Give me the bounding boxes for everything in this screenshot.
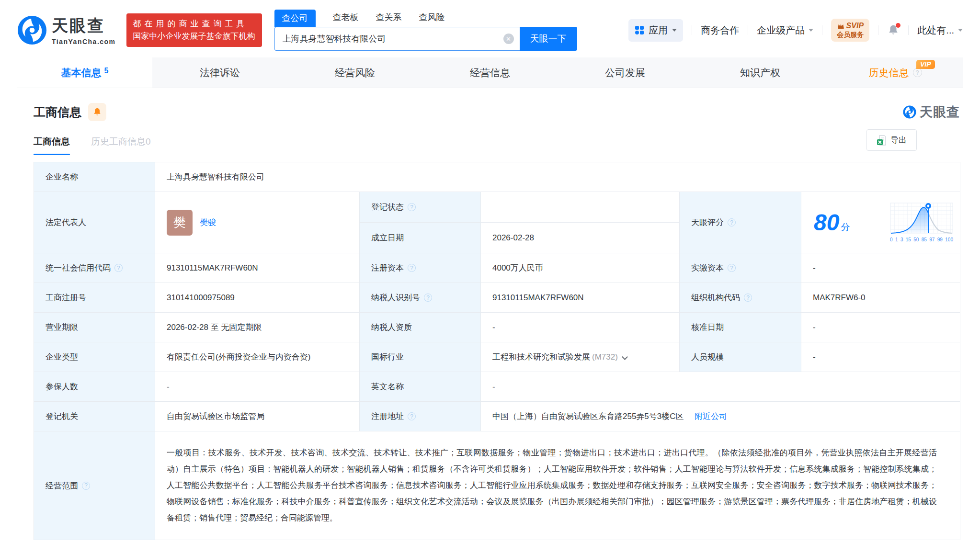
field-value-registered-capital: 4000万人民币	[481, 253, 680, 283]
field-value-legal-representative: 樊 樊骏	[155, 192, 360, 253]
table-row: 经营范围 ? 一般项目：技术服务、技术开发、技术咨询、技术交流、技术转让、技术推…	[34, 431, 960, 540]
tianyancha-logo[interactable]: 天眼查 TianYanCha.com	[17, 15, 116, 45]
tab-business-operations[interactable]: 经营信息	[422, 57, 558, 88]
tab-legal-proceedings[interactable]: 法律诉讼	[152, 57, 287, 88]
excel-icon	[877, 135, 886, 146]
top-nav: 应用 商务合作 企业级产品 SVIP 会员服务	[628, 19, 963, 42]
field-label-business-term: 营业期限	[34, 313, 155, 342]
chevron-down-icon[interactable]	[622, 354, 628, 360]
search-area: 查公司 查老板 查关系 查风险 ✕ 天眼一下	[274, 10, 577, 51]
tab-basic-info[interactable]: 基本信息 5	[17, 57, 152, 88]
brand-slogan-badge: 都在用的商业查询工具 国家中小企业发展子基金旗下机构	[126, 13, 262, 47]
help-icon[interactable]: ?	[114, 264, 123, 272]
field-label-national-industry: 国标行业	[360, 342, 481, 372]
chevron-down-icon	[958, 29, 963, 32]
notifications-bell[interactable]	[887, 24, 900, 36]
field-value-approval-date: -	[801, 313, 960, 342]
search-tab-relations[interactable]: 查关系	[376, 11, 402, 27]
search-tab-company[interactable]: 查公司	[274, 10, 316, 27]
tab-operational-risk[interactable]: 经营风险	[287, 57, 422, 88]
field-value-establishment-date: 2026-02-28	[481, 223, 680, 253]
crown-icon	[837, 23, 844, 29]
tab-label: 法律诉讼	[200, 66, 240, 79]
field-value-insured-count: -	[155, 372, 360, 402]
clear-search-icon[interactable]: ✕	[503, 34, 514, 44]
export-button[interactable]: 导出	[866, 129, 917, 151]
nearby-companies-link[interactable]: 附近公司	[695, 412, 727, 421]
site-header: 天眼查 TianYanCha.com 都在用的商业查询工具 国家中小企业发展子基…	[0, 0, 980, 57]
field-label-registration-authority: 登记机关	[34, 402, 155, 431]
user-menu[interactable]: 此处有...	[917, 24, 963, 37]
tianyancha-logo-icon	[17, 15, 47, 45]
field-value-taxpayer-id: 91310115MAK7RFW60N	[481, 283, 680, 313]
search-tab-risk[interactable]: 查风险	[419, 11, 445, 27]
field-label-registration-status: 登记状态 ?	[360, 192, 481, 223]
legal-rep-avatar[interactable]: 樊	[167, 210, 193, 236]
subtab-history-business-info[interactable]: 历史工商信息0	[91, 136, 151, 155]
business-info-section: 工商信息 天眼查 工商信息 历史工商信息0	[34, 102, 960, 540]
help-icon[interactable]: ?	[424, 294, 432, 302]
help-icon[interactable]: ?	[408, 412, 416, 420]
orange-bell-icon	[92, 107, 102, 117]
tab-label: 基本信息	[61, 66, 102, 79]
field-label-approval-date: 核准日期	[680, 313, 801, 342]
tab-label: 公司发展	[605, 66, 645, 79]
field-value-business-scope: 一般项目：技术服务、技术开发、技术咨询、技术交流、技术转让、技术推广；互联网数据…	[155, 431, 960, 540]
slogan-line1: 都在用的商业查询工具	[133, 18, 255, 30]
legal-rep-link[interactable]: 樊骏	[200, 217, 216, 228]
vip-badge: VIP	[916, 60, 935, 69]
search-tab-boss[interactable]: 查老板	[333, 11, 359, 27]
export-label: 导出	[890, 135, 907, 146]
help-icon[interactable]: ?	[82, 482, 90, 490]
svip-member-service[interactable]: SVIP 会员服务	[831, 19, 869, 42]
enterprise-products-label: 企业级产品	[757, 24, 805, 37]
field-value-registration-status	[481, 192, 680, 223]
tab-count: 5	[104, 67, 109, 75]
help-icon[interactable]: ?	[408, 264, 416, 272]
help-icon[interactable]: ?	[744, 294, 752, 302]
divider	[878, 25, 878, 35]
field-value-english-name: -	[481, 372, 960, 402]
field-label-registered-capital: 注册资本 ?	[360, 253, 481, 283]
chevron-down-icon	[809, 29, 813, 32]
nav-business-coop[interactable]: 商务合作	[701, 24, 739, 37]
tab-intellectual-property[interactable]: 知识产权	[693, 57, 828, 88]
search-box: ✕ 天眼一下	[274, 27, 577, 51]
field-label-english-name: 英文名称	[360, 372, 481, 402]
field-label-registration-number: 工商注册号	[34, 283, 155, 313]
search-button[interactable]: 天眼一下	[520, 27, 577, 51]
field-value-taxpayer-qualification: -	[481, 313, 680, 342]
search-tabs: 查公司 查老板 查关系 查风险	[274, 10, 577, 27]
apps-menu[interactable]: 应用	[628, 19, 683, 42]
subtab-business-info[interactable]: 工商信息	[34, 136, 70, 155]
table-row: 统一社会信用代码 ? 91310115MAK7RFW60N 注册资本 ? 400…	[34, 253, 960, 283]
help-icon[interactable]: ?	[408, 203, 416, 211]
field-value-organization-code: MAK7RFW6-0	[801, 283, 960, 313]
search-input[interactable]	[274, 27, 520, 51]
divider	[692, 25, 692, 35]
field-value-company-name: 上海具身慧智科技有限公司	[155, 162, 960, 192]
tab-company-development[interactable]: 公司发展	[558, 57, 693, 88]
apps-grid-icon	[635, 25, 644, 35]
chevron-down-icon	[672, 29, 677, 32]
nav-enterprise-products[interactable]: 企业级产品	[757, 24, 813, 37]
field-label-business-scope: 经营范围 ?	[34, 431, 155, 540]
help-icon[interactable]: ?	[913, 68, 922, 77]
field-value-company-type: 有限责任公司(外商投资企业与内资合资)	[155, 342, 360, 372]
field-label-legal-representative: 法定代表人	[34, 192, 155, 253]
field-value-business-term: 2026-02-28 至 无固定期限	[155, 313, 360, 342]
help-icon[interactable]: ?	[728, 218, 736, 226]
monitor-bell-button[interactable]	[88, 103, 106, 121]
help-icon[interactable]: ?	[728, 264, 736, 272]
tab-history-info[interactable]: 历史信息 VIP ?	[828, 57, 963, 88]
field-value-paid-in-capital: -	[801, 253, 960, 283]
field-label-insured-count: 参保人数	[34, 372, 155, 402]
section-title: 工商信息	[34, 104, 81, 120]
field-value-registration-authority: 自由贸易试验区市场监管局	[155, 402, 360, 431]
score-chart-ticks: 0131550859799100	[890, 237, 953, 242]
table-row: 企业名称 上海具身慧智科技有限公司	[34, 162, 960, 192]
field-label-tianyan-score: 天眼评分 ?	[680, 192, 801, 253]
tianyancha-watermark-icon	[903, 105, 916, 119]
svip-label: SVIP	[846, 21, 864, 31]
table-row: 法定代表人 樊 樊骏 登记状态 ? 天眼评分 ?	[34, 192, 960, 223]
